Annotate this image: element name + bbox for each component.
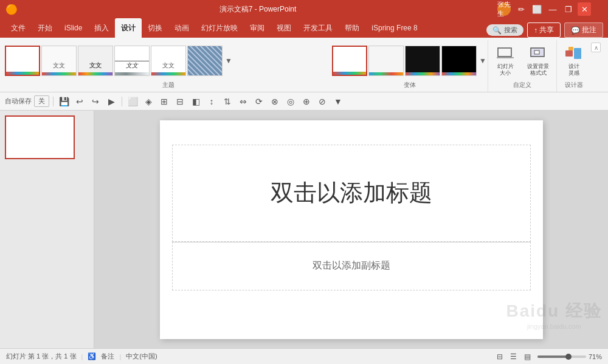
titlebar: 🟠 演示文稿7 - PowerPoint 张先生 ✏ ⬜ — ❐ ✕ xyxy=(0,0,608,18)
minimize-icon[interactable]: — xyxy=(546,2,559,16)
variant-item-2[interactable] xyxy=(368,46,404,76)
comment-icon: 💬 xyxy=(571,26,580,35)
slide-title-area[interactable]: 双击以添加标题 xyxy=(172,145,531,242)
theme-item-6[interactable] xyxy=(187,46,223,76)
slide-thumbnail-1[interactable]: 1 xyxy=(5,115,89,159)
share-button[interactable]: ↑ 共享 xyxy=(527,22,561,38)
lang-label: 中文(中国) xyxy=(126,352,157,361)
outline-view-icon[interactable]: ☰ xyxy=(508,351,520,362)
tab-ispring[interactable]: iSpring Free 8 xyxy=(365,18,423,38)
theme-item-blank[interactable] xyxy=(5,46,40,76)
save-button[interactable]: 💾 xyxy=(57,95,71,108)
search-label: 搜索 xyxy=(504,26,517,35)
close-icon[interactable]: ✕ xyxy=(578,2,591,16)
tb-icon-4[interactable]: ⊟ xyxy=(173,95,187,108)
slide-panel: 1 xyxy=(0,111,94,348)
theme-item-2[interactable]: 文文 xyxy=(41,46,77,76)
variant-item-4[interactable] xyxy=(441,46,477,76)
variants-more-button[interactable]: ▼ xyxy=(478,46,488,76)
share-label: 共享 xyxy=(539,25,554,35)
tb-icon-9[interactable]: ⟳ xyxy=(252,95,266,108)
status-right: ⊟ ☰ ▤ 71% xyxy=(494,351,602,362)
tb-icon-3[interactable]: ⊞ xyxy=(157,95,171,108)
tb-icon-12[interactable]: ⊕ xyxy=(300,95,313,108)
undo-button[interactable]: ↩ xyxy=(73,95,86,108)
svg-rect-6 xyxy=(568,47,573,50)
tb-icon-11[interactable]: ◎ xyxy=(284,95,297,108)
themes-row: 文文 文文 文文 文文 xyxy=(5,40,332,81)
tab-transition[interactable]: 切换 xyxy=(142,18,168,38)
tb-icon-8[interactable]: ⇔ xyxy=(237,95,250,108)
autosave-toggle[interactable]: 关 xyxy=(34,95,49,107)
slide-thumb-image[interactable] xyxy=(5,115,75,159)
comment-button[interactable]: 💬 批注 xyxy=(564,22,603,38)
tab-view[interactable]: 视图 xyxy=(271,18,297,38)
comment-label: 批注 xyxy=(582,25,596,35)
toolbar-separator-2 xyxy=(122,97,122,106)
presentation-button[interactable]: ▶ xyxy=(105,95,118,108)
zoom-slider-fill xyxy=(537,355,567,358)
tb-icon-6[interactable]: ↕ xyxy=(205,95,218,108)
theme-item-5[interactable]: 文文 xyxy=(151,46,186,76)
variants-row: ▼ xyxy=(332,40,488,81)
tab-file[interactable]: 文件 xyxy=(5,18,32,38)
main-area: 1 双击以添加标题 双击以添加副标题 Baidu 经验 jingyan.baid… xyxy=(0,111,608,348)
tb-icon-7[interactable]: ⇅ xyxy=(221,95,234,108)
canvas-area: 双击以添加标题 双击以添加副标题 Baidu 经验 jingyan.baidu.… xyxy=(94,111,608,348)
customize-section: 幻灯片大小 设置背景格式式 自定义 xyxy=(488,40,556,92)
slide-title-placeholder: 双击以添加标题 xyxy=(271,177,432,208)
tab-home[interactable]: 开始 xyxy=(32,18,58,38)
tab-review[interactable]: 审阅 xyxy=(244,18,271,38)
theme-item-3[interactable]: 文文 xyxy=(78,46,113,76)
zoom-slider[interactable] xyxy=(537,355,586,358)
designer-label: 设计器 xyxy=(559,81,589,92)
bg-format-button[interactable]: 设置背景格式式 xyxy=(522,43,554,79)
reading-view-icon[interactable]: ▤ xyxy=(522,351,534,362)
zoom-bar: 71% xyxy=(537,353,602,360)
ribbon-collapse-button[interactable]: ∧ xyxy=(591,43,601,52)
bg-format-label: 设置背景格式式 xyxy=(527,63,549,77)
variant-item-1[interactable] xyxy=(332,46,367,76)
slide-size-button[interactable]: 幻灯片大小 xyxy=(491,43,520,79)
tb-more[interactable]: ▼ xyxy=(331,95,345,108)
tab-animation[interactable]: 动画 xyxy=(168,18,195,38)
themes-more-button[interactable]: ▼ xyxy=(224,46,233,76)
svg-rect-4 xyxy=(565,50,573,57)
zoom-slider-thumb[interactable] xyxy=(565,354,572,360)
variant-item-3[interactable] xyxy=(405,46,440,76)
ribbon-content: 文文 文文 文文 文文 xyxy=(0,38,608,92)
tb-icon-5[interactable]: ◧ xyxy=(189,95,202,108)
tb-icon-13[interactable]: ⊘ xyxy=(316,95,329,108)
tab-help[interactable]: 帮助 xyxy=(339,18,365,38)
avatar[interactable]: 张先生 xyxy=(497,2,511,16)
restore-icon[interactable]: ⬜ xyxy=(530,2,544,16)
maximize-icon[interactable]: ❐ xyxy=(562,2,575,16)
tab-slideshow[interactable]: 幻灯片放映 xyxy=(195,18,244,38)
share-icon: ↑ xyxy=(534,26,537,35)
pen-icon[interactable]: ✏ xyxy=(514,2,528,16)
redo-button[interactable]: ↪ xyxy=(89,95,102,108)
design-sense-button[interactable]: 设计灵感 xyxy=(559,43,589,79)
customize-buttons: 幻灯片大小 设置背景格式式 xyxy=(491,40,554,79)
slide-info: 幻灯片 第 1 张，共 1 张 xyxy=(6,352,77,361)
title-left: 🟠 xyxy=(5,2,18,16)
slide-subtitle-area[interactable]: 双击以添加副标题 xyxy=(172,242,531,290)
tb-icon-2[interactable]: ◈ xyxy=(142,95,155,108)
tab-devtools[interactable]: 开发工具 xyxy=(297,18,339,38)
tab-design[interactable]: 设计 xyxy=(115,18,142,38)
customize-label: 自定义 xyxy=(491,81,554,92)
quick-access-toolbar: 自动保存 关 💾 ↩ ↪ ▶ ⬜ ◈ ⊞ ⊟ ◧ ↕ ⇅ ⇔ ⟳ ⊗ ◎ ⊕ ⊘… xyxy=(0,92,608,111)
tab-islide[interactable]: iSlide xyxy=(58,18,88,38)
theme-item-4[interactable]: 文文 xyxy=(114,46,150,76)
slide-subtitle-placeholder: 双击以添加副标题 xyxy=(313,259,390,272)
tab-insert[interactable]: 插入 xyxy=(88,18,115,38)
zoom-level[interactable]: 71% xyxy=(589,353,602,360)
design-sense-label: 设计灵感 xyxy=(568,63,579,77)
themes-section-wrapper: 文文 文文 文文 文文 xyxy=(5,40,332,92)
normal-view-icon[interactable]: ⊟ xyxy=(494,351,506,362)
toolbar-separator-1 xyxy=(53,97,54,106)
slide-size-icon xyxy=(496,45,515,62)
svg-rect-0 xyxy=(498,48,511,57)
tb-icon-1[interactable]: ⬜ xyxy=(126,95,139,108)
tb-icon-10[interactable]: ⊗ xyxy=(268,95,282,108)
